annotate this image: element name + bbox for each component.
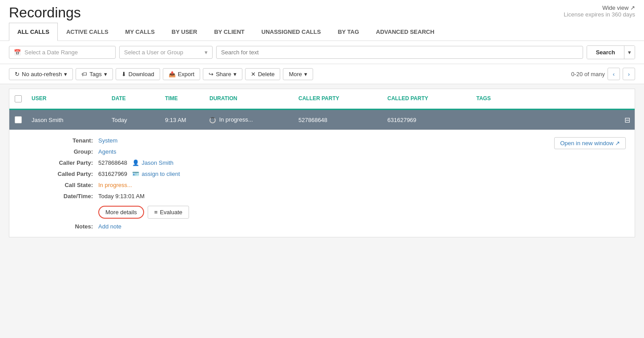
user-group-select[interactable]: Select a User or Group ▾ [119, 46, 213, 59]
group-link[interactable]: Agents [98, 148, 116, 155]
header-checkbox[interactable] [15, 95, 22, 102]
tabs-container: ALL CALLSACTIVE CALLSMY CALLSBY USERBY C… [0, 23, 644, 41]
spinner-icon [209, 117, 216, 123]
export-button[interactable]: 📤 Export [163, 68, 201, 80]
page-title: Recordings [9, 4, 81, 21]
table-container: USER DATE TIME DURATION CALLER PARTY CAL… [9, 89, 635, 237]
header-time: TIME [161, 93, 205, 105]
row-caller-party: 527868648 [294, 115, 383, 125]
group-label: Group: [36, 148, 98, 155]
header-user: USER [27, 93, 107, 105]
top-bar: Recordings Wide view ↗ License expires i… [0, 0, 644, 23]
tab-active-calls[interactable]: ACTIVE CALLS [58, 23, 117, 41]
user-icon: 👤 [132, 159, 139, 166]
tab-by-client[interactable]: BY CLIENT [205, 23, 253, 41]
date-placeholder: Select a Date Range [24, 49, 78, 56]
call-state-value: In progress... [98, 182, 347, 188]
evaluate-button[interactable]: ≡ Evaluate [148, 206, 189, 219]
prev-page-button[interactable]: ‹ [608, 68, 620, 80]
record-detail: Open in new window ↗ Tenant: System Grou… [9, 130, 635, 237]
search-button[interactable]: Search [587, 46, 624, 59]
dropdown-chevron-icon: ▾ [64, 71, 67, 77]
header-checkbox-col[interactable] [9, 93, 27, 105]
detail-grid: Tenant: System Group: Agents Caller Part… [36, 137, 347, 230]
collapse-button[interactable]: ⊟ [624, 116, 630, 124]
record-row[interactable]: Jason Smith Today 9:13 AM In progress...… [9, 110, 635, 130]
assign-icon: 🪪 [132, 171, 139, 177]
date-range-input[interactable]: 📅 Select a Date Range [9, 46, 116, 59]
row-checkbox[interactable] [15, 116, 22, 123]
notes-label: Notes: [36, 223, 98, 230]
tab-my-calls[interactable]: MY CALLS [117, 23, 163, 41]
datetime-value: Today 9:13:01 AM [98, 193, 347, 200]
group-value: Agents [98, 148, 347, 155]
search-toolbar: 📅 Select a Date Range Select a User or G… [0, 41, 644, 64]
tag-icon: 🏷 [81, 71, 87, 77]
call-state-label: Call State: [36, 182, 98, 188]
notes-value: Add note [98, 223, 347, 230]
download-button[interactable]: ⬇ Download [116, 68, 160, 80]
row-date: Today [107, 115, 161, 125]
dropdown-arrow-icon: ▾ [205, 49, 208, 56]
pagination: 0-20 of many ‹ › [571, 68, 635, 80]
row-tags: ⊟ [472, 118, 635, 122]
pagination-info: 0-20 of many [571, 71, 605, 77]
assign-to-client-link[interactable]: assign to client [142, 171, 180, 177]
called-party-value: 631627969 🪪 assign to client [98, 171, 347, 177]
called-party-label: Called Party: [36, 171, 98, 177]
tab-advanced-search[interactable]: ADVANCED SEARCH [367, 23, 443, 41]
add-note-link[interactable]: Add note [98, 223, 121, 230]
wide-view-link[interactable]: Wide view ↗ [564, 4, 635, 11]
download-icon: ⬇ [121, 71, 126, 77]
main-content: USER DATE TIME DURATION CALLER PARTY CAL… [0, 89, 644, 246]
delete-button[interactable]: ✕ Delete [245, 68, 281, 80]
more-details-button[interactable]: More details [98, 206, 144, 219]
header-date: DATE [107, 93, 161, 105]
license-info: License expires in 360 days [564, 11, 635, 18]
actions-row: ↻ No auto-refresh ▾ 🏷 Tags ▾ ⬇ Download … [0, 64, 644, 84]
user-group-placeholder: Select a User or Group [124, 49, 183, 56]
caller-party-value: 527868648 👤 Jason Smith [98, 159, 347, 166]
table-header: USER DATE TIME DURATION CALLER PARTY CAL… [9, 89, 635, 110]
tenant-link[interactable]: System [98, 137, 117, 144]
tabs: ALL CALLSACTIVE CALLSMY CALLSBY USERBY C… [9, 23, 635, 41]
header-tags: TAGS [472, 93, 635, 105]
open-new-window-button[interactable]: Open in new window ↗ [554, 137, 626, 149]
next-page-button[interactable]: › [623, 68, 635, 80]
row-duration: In progress... [205, 114, 294, 125]
caller-party-user-link[interactable]: Jason Smith [142, 159, 174, 166]
list-icon: ≡ [154, 209, 158, 216]
no-auto-refresh-button[interactable]: ↻ No auto-refresh ▾ [9, 68, 73, 80]
row-user: Jason Smith [27, 115, 107, 125]
tab-by-user[interactable]: BY USER [163, 23, 206, 41]
detail-actions: More details ≡ Evaluate [98, 206, 347, 219]
header-duration: DURATION [205, 93, 294, 105]
row-checkbox-col[interactable] [9, 114, 27, 125]
top-right-info: Wide view ↗ License expires in 360 days [564, 4, 635, 18]
share-button[interactable]: ↪ Share ▾ [203, 68, 242, 80]
export-icon: 📤 [169, 71, 176, 77]
tags-chevron-icon: ▾ [104, 71, 107, 77]
refresh-icon: ↻ [15, 71, 20, 77]
row-time: 9:13 AM [161, 115, 205, 125]
search-dropdown-button[interactable]: ▾ [624, 46, 635, 59]
tags-button[interactable]: 🏷 Tags ▾ [76, 68, 113, 80]
tab-all-calls[interactable]: ALL CALLS [9, 23, 58, 41]
header-caller-party: CALLER PARTY [294, 93, 383, 105]
more-chevron-icon: ▾ [304, 71, 307, 77]
tab-unassigned-calls[interactable]: UNASSIGNED CALLS [253, 23, 330, 41]
caller-party-label: Caller Party: [36, 159, 98, 166]
text-search-input[interactable] [216, 46, 583, 59]
tenant-label: Tenant: [36, 137, 98, 144]
share-chevron-icon: ▾ [233, 71, 237, 77]
delete-icon: ✕ [251, 71, 256, 77]
tenant-value: System [98, 137, 347, 144]
search-button-group: Search ▾ [587, 45, 635, 59]
tab-by-tag[interactable]: BY TAG [329, 23, 367, 41]
caller-party-number: 527868648 [98, 159, 127, 166]
row-called-party: 631627969 [383, 115, 472, 125]
more-button[interactable]: More ▾ [283, 68, 313, 80]
header-called-party: CALLED PARTY [383, 93, 472, 105]
share-icon: ↪ [209, 71, 213, 77]
called-party-number: 631627969 [98, 171, 127, 177]
